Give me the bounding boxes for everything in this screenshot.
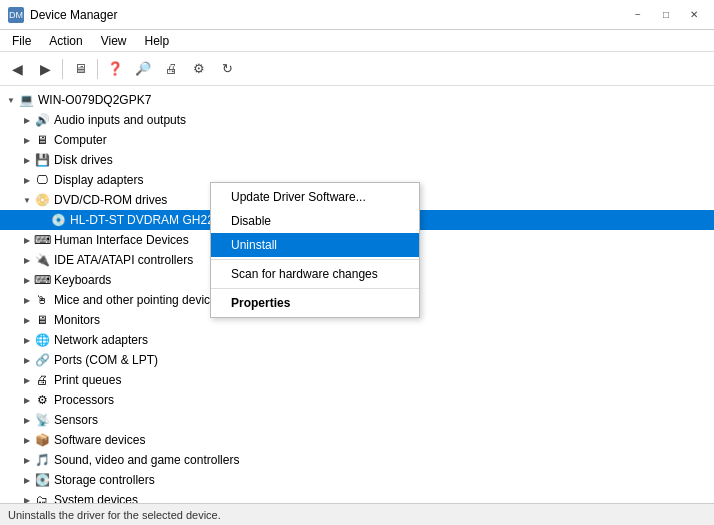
minimize-button[interactable]: −	[626, 6, 650, 24]
icon-hid: ⌨	[34, 232, 50, 248]
tree-item-storage[interactable]: ▶💽Storage controllers	[0, 470, 714, 490]
toolbar-help[interactable]: ❓	[102, 56, 128, 82]
tree-item-proc[interactable]: ▶⚙Processors	[0, 390, 714, 410]
maximize-button[interactable]: □	[654, 6, 678, 24]
arrow-computer: ▶	[20, 133, 34, 147]
menu-view[interactable]: View	[93, 32, 135, 50]
tree-item-audio[interactable]: ▶🔊Audio inputs and outputs	[0, 110, 714, 130]
icon-sound: 🎵	[34, 452, 50, 468]
label-sensors: Sensors	[54, 413, 98, 427]
label-mice: Mice and other pointing devices	[54, 293, 223, 307]
ctx-item-properties[interactable]: Properties	[211, 291, 419, 315]
ctx-separator-sep2	[211, 288, 419, 289]
root-label: WIN-O079DQ2GPK7	[38, 93, 151, 107]
label-keyboard: Keyboards	[54, 273, 111, 287]
menu-help[interactable]: Help	[137, 32, 178, 50]
icon-mice: 🖱	[34, 292, 50, 308]
label-ports: Ports (COM & LPT)	[54, 353, 158, 367]
title-left: DM Device Manager	[8, 7, 117, 23]
arrow-display: ▶	[20, 173, 34, 187]
label-computer: Computer	[54, 133, 107, 147]
icon-dvd-drive: 💿	[50, 212, 66, 228]
icon-ide: 🔌	[34, 252, 50, 268]
arrow-proc: ▶	[20, 393, 34, 407]
label-system: System devices	[54, 493, 138, 503]
icon-ports: 🔗	[34, 352, 50, 368]
label-dvd-drive: HL-DT-ST DVDRAM GH22NS	[70, 213, 230, 227]
label-sound: Sound, video and game controllers	[54, 453, 239, 467]
arrow-audio: ▶	[20, 113, 34, 127]
ctx-item-disable[interactable]: Disable	[211, 209, 419, 233]
window-controls: − □ ✕	[626, 6, 706, 24]
arrow-hid: ▶	[20, 233, 34, 247]
tree-item-software[interactable]: ▶📦Software devices	[0, 430, 714, 450]
ctx-item-scan[interactable]: Scan for hardware changes	[211, 262, 419, 286]
tree-item-disk[interactable]: ▶💾Disk drives	[0, 150, 714, 170]
icon-software: 📦	[34, 432, 50, 448]
status-text: Uninstalls the driver for the selected d…	[8, 509, 221, 521]
toolbar-scan[interactable]: 🔎	[130, 56, 156, 82]
label-dvd: DVD/CD-ROM drives	[54, 193, 167, 207]
status-bar: Uninstalls the driver for the selected d…	[0, 503, 714, 525]
arrow-monitors: ▶	[20, 313, 34, 327]
arrow-ide: ▶	[20, 253, 34, 267]
label-network: Network adapters	[54, 333, 148, 347]
toolbar-print[interactable]: 🖨	[158, 56, 184, 82]
tree-item-computer[interactable]: ▶🖥Computer	[0, 130, 714, 150]
icon-proc: ⚙	[34, 392, 50, 408]
icon-system: 🗂	[34, 492, 50, 503]
label-monitors: Monitors	[54, 313, 100, 327]
menu-file[interactable]: File	[4, 32, 39, 50]
icon-display: 🖵	[34, 172, 50, 188]
root-arrow: ▼	[4, 93, 18, 107]
menu-action[interactable]: Action	[41, 32, 90, 50]
ctx-separator-sep1	[211, 259, 419, 260]
icon-sensors: 📡	[34, 412, 50, 428]
icon-storage: 💽	[34, 472, 50, 488]
label-display: Display adapters	[54, 173, 143, 187]
icon-keyboard: ⌨	[34, 272, 50, 288]
tree-item-sound[interactable]: ▶🎵Sound, video and game controllers	[0, 450, 714, 470]
arrow-sensors: ▶	[20, 413, 34, 427]
arrow-disk: ▶	[20, 153, 34, 167]
arrow-mice: ▶	[20, 293, 34, 307]
toolbar-update[interactable]: ↻	[214, 56, 240, 82]
label-print: Print queues	[54, 373, 121, 387]
tree-item-ports[interactable]: ▶🔗Ports (COM & LPT)	[0, 350, 714, 370]
tree-root[interactable]: ▼ 💻 WIN-O079DQ2GPK7	[0, 90, 714, 110]
label-disk: Disk drives	[54, 153, 113, 167]
ctx-item-update[interactable]: Update Driver Software...	[211, 185, 419, 209]
arrow-ports: ▶	[20, 353, 34, 367]
label-audio: Audio inputs and outputs	[54, 113, 186, 127]
title-text: Device Manager	[30, 8, 117, 22]
main-area: ▼ 💻 WIN-O079DQ2GPK7 ▶🔊Audio inputs and o…	[0, 86, 714, 503]
icon-computer: 🖥	[34, 132, 50, 148]
toolbar-forward[interactable]: ▶	[32, 56, 58, 82]
toolbar-back[interactable]: ◀	[4, 56, 30, 82]
root-icon: 💻	[18, 92, 34, 108]
toolbar-separator-2	[97, 59, 98, 79]
tree-item-sensors[interactable]: ▶📡Sensors	[0, 410, 714, 430]
icon-dvd: 📀	[34, 192, 50, 208]
arrow-dvd: ▼	[20, 193, 34, 207]
toolbar-settings[interactable]: ⚙	[186, 56, 212, 82]
arrow-network: ▶	[20, 333, 34, 347]
tree-item-print[interactable]: ▶🖨Print queues	[0, 370, 714, 390]
icon-audio: 🔊	[34, 112, 50, 128]
arrow-storage: ▶	[20, 473, 34, 487]
label-storage: Storage controllers	[54, 473, 155, 487]
arrow-keyboard: ▶	[20, 273, 34, 287]
close-button[interactable]: ✕	[682, 6, 706, 24]
tree-item-network[interactable]: ▶🌐Network adapters	[0, 330, 714, 350]
label-hid: Human Interface Devices	[54, 233, 189, 247]
label-ide: IDE ATA/ATAPI controllers	[54, 253, 193, 267]
menu-bar: File Action View Help	[0, 30, 714, 52]
toolbar: ◀ ▶ 🖥 ❓ 🔎 🖨 ⚙ ↻	[0, 52, 714, 86]
arrow-software: ▶	[20, 433, 34, 447]
icon-print: 🖨	[34, 372, 50, 388]
title-bar: DM Device Manager − □ ✕	[0, 0, 714, 30]
toolbar-computer[interactable]: 🖥	[67, 56, 93, 82]
tree-item-system[interactable]: ▶🗂System devices	[0, 490, 714, 503]
ctx-item-uninstall[interactable]: Uninstall	[211, 233, 419, 257]
context-menu: Update Driver Software...DisableUninstal…	[210, 182, 420, 318]
